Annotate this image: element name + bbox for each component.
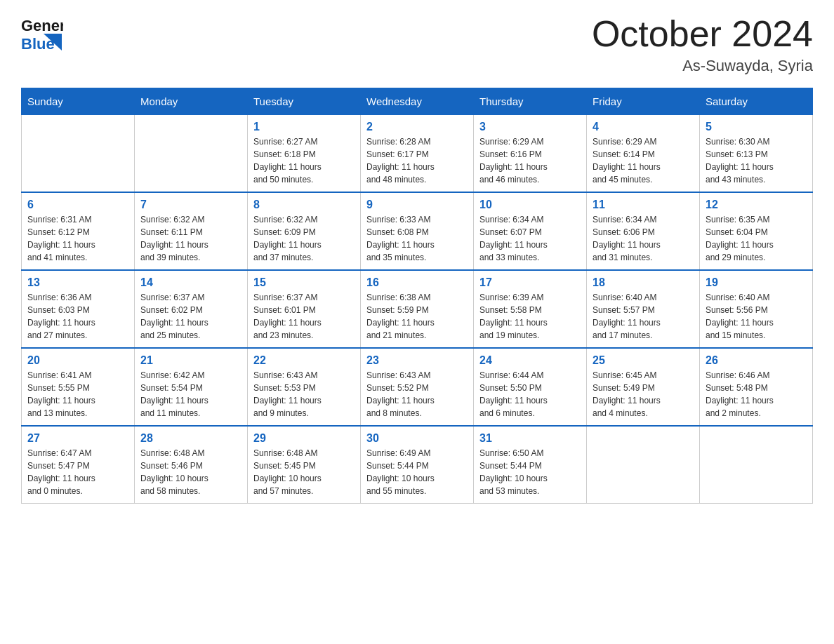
day-info: Sunrise: 6:48 AM Sunset: 5:46 PM Dayligh… <box>140 447 241 497</box>
calendar-cell: 2Sunrise: 6:28 AM Sunset: 6:17 PM Daylig… <box>361 115 474 193</box>
day-info: Sunrise: 6:41 AM Sunset: 5:55 PM Dayligh… <box>27 369 128 420</box>
day-info: Sunrise: 6:43 AM Sunset: 5:52 PM Dayligh… <box>366 369 468 420</box>
calendar-cell: 27Sunrise: 6:47 AM Sunset: 5:47 PM Dayli… <box>22 426 135 504</box>
day-info: Sunrise: 6:33 AM Sunset: 6:08 PM Dayligh… <box>366 213 468 264</box>
calendar-cell: 10Sunrise: 6:34 AM Sunset: 6:07 PM Dayli… <box>474 192 587 270</box>
calendar-cell: 15Sunrise: 6:37 AM Sunset: 6:01 PM Dayli… <box>248 270 361 348</box>
day-info: Sunrise: 6:49 AM Sunset: 5:44 PM Dayligh… <box>366 447 468 497</box>
calendar-table: SundayMondayTuesdayWednesdayThursdayFrid… <box>21 88 813 504</box>
day-info: Sunrise: 6:43 AM Sunset: 5:53 PM Dayligh… <box>253 369 355 420</box>
day-number: 21 <box>140 354 241 367</box>
day-info: Sunrise: 6:32 AM Sunset: 6:09 PM Dayligh… <box>253 213 355 264</box>
day-number: 30 <box>366 432 468 445</box>
calendar-cell: 26Sunrise: 6:46 AM Sunset: 5:48 PM Dayli… <box>700 348 813 426</box>
day-number: 10 <box>479 199 581 211</box>
day-number: 2 <box>366 121 468 133</box>
day-info: Sunrise: 6:27 AM Sunset: 6:18 PM Dayligh… <box>253 135 355 186</box>
calendar-cell: 19Sunrise: 6:40 AM Sunset: 5:56 PM Dayli… <box>700 270 813 348</box>
day-info: Sunrise: 6:36 AM Sunset: 6:03 PM Dayligh… <box>27 291 128 342</box>
calendar-cell: 13Sunrise: 6:36 AM Sunset: 6:03 PM Dayli… <box>22 270 135 348</box>
day-info: Sunrise: 6:48 AM Sunset: 5:45 PM Dayligh… <box>253 447 355 497</box>
day-number: 17 <box>479 276 581 289</box>
month-title: October 2024 <box>592 14 813 54</box>
day-number: 31 <box>479 432 581 445</box>
day-info: Sunrise: 6:31 AM Sunset: 6:12 PM Dayligh… <box>27 213 128 264</box>
day-number: 14 <box>140 276 241 289</box>
day-number: 26 <box>706 354 807 367</box>
day-info: Sunrise: 6:47 AM Sunset: 5:47 PM Dayligh… <box>27 447 128 497</box>
calendar-cell: 20Sunrise: 6:41 AM Sunset: 5:55 PM Dayli… <box>22 348 135 426</box>
day-number: 16 <box>366 276 468 289</box>
calendar-cell: 12Sunrise: 6:35 AM Sunset: 6:04 PM Dayli… <box>700 192 813 270</box>
calendar-week-row: 6Sunrise: 6:31 AM Sunset: 6:12 PM Daylig… <box>22 192 813 270</box>
calendar-cell: 9Sunrise: 6:33 AM Sunset: 6:08 PM Daylig… <box>361 192 474 270</box>
svg-text:Blue: Blue <box>21 35 55 53</box>
day-info: Sunrise: 6:50 AM Sunset: 5:44 PM Dayligh… <box>479 447 581 497</box>
column-header-tuesday: Tuesday <box>248 88 361 115</box>
day-info: Sunrise: 6:32 AM Sunset: 6:11 PM Dayligh… <box>140 213 241 264</box>
calendar-cell: 23Sunrise: 6:43 AM Sunset: 5:52 PM Dayli… <box>361 348 474 426</box>
day-number: 7 <box>140 199 241 211</box>
day-info: Sunrise: 6:30 AM Sunset: 6:13 PM Dayligh… <box>706 135 807 186</box>
calendar-cell: 7Sunrise: 6:32 AM Sunset: 6:11 PM Daylig… <box>135 192 248 270</box>
day-info: Sunrise: 6:29 AM Sunset: 6:14 PM Dayligh… <box>593 135 694 186</box>
day-number: 15 <box>253 276 355 289</box>
day-info: Sunrise: 6:40 AM Sunset: 5:56 PM Dayligh… <box>706 291 807 342</box>
day-number: 9 <box>366 199 468 211</box>
calendar-cell: 21Sunrise: 6:42 AM Sunset: 5:54 PM Dayli… <box>135 348 248 426</box>
calendar-cell: 8Sunrise: 6:32 AM Sunset: 6:09 PM Daylig… <box>248 192 361 270</box>
day-number: 27 <box>27 432 128 445</box>
day-info: Sunrise: 6:28 AM Sunset: 6:17 PM Dayligh… <box>366 135 468 186</box>
day-info: Sunrise: 6:29 AM Sunset: 6:16 PM Dayligh… <box>479 135 581 186</box>
page-header: General Blue October 2024 As-Suwayda, Sy… <box>21 14 813 75</box>
column-header-friday: Friday <box>587 88 700 115</box>
day-info: Sunrise: 6:45 AM Sunset: 5:49 PM Dayligh… <box>593 369 694 420</box>
day-number: 1 <box>253 121 355 133</box>
day-number: 24 <box>479 354 581 367</box>
day-number: 29 <box>253 432 355 445</box>
calendar-cell: 11Sunrise: 6:34 AM Sunset: 6:06 PM Dayli… <box>587 192 700 270</box>
column-header-wednesday: Wednesday <box>361 88 474 115</box>
day-info: Sunrise: 6:40 AM Sunset: 5:57 PM Dayligh… <box>593 291 694 342</box>
logo-icon: General Blue <box>21 14 63 53</box>
calendar-cell: 16Sunrise: 6:38 AM Sunset: 5:59 PM Dayli… <box>361 270 474 348</box>
day-number: 23 <box>366 354 468 367</box>
day-number: 20 <box>27 354 128 367</box>
calendar-cell: 30Sunrise: 6:49 AM Sunset: 5:44 PM Dayli… <box>361 426 474 504</box>
day-number: 8 <box>253 199 355 211</box>
day-info: Sunrise: 6:38 AM Sunset: 5:59 PM Dayligh… <box>366 291 468 342</box>
day-info: Sunrise: 6:42 AM Sunset: 5:54 PM Dayligh… <box>140 369 241 420</box>
day-number: 18 <box>593 276 694 289</box>
calendar-cell <box>135 115 248 193</box>
day-number: 22 <box>253 354 355 367</box>
calendar-week-row: 13Sunrise: 6:36 AM Sunset: 6:03 PM Dayli… <box>22 270 813 348</box>
calendar-cell: 28Sunrise: 6:48 AM Sunset: 5:46 PM Dayli… <box>135 426 248 504</box>
column-header-monday: Monday <box>135 88 248 115</box>
calendar-cell: 6Sunrise: 6:31 AM Sunset: 6:12 PM Daylig… <box>22 192 135 270</box>
calendar-cell: 18Sunrise: 6:40 AM Sunset: 5:57 PM Dayli… <box>587 270 700 348</box>
calendar-cell: 22Sunrise: 6:43 AM Sunset: 5:53 PM Dayli… <box>248 348 361 426</box>
day-info: Sunrise: 6:35 AM Sunset: 6:04 PM Dayligh… <box>706 213 807 264</box>
day-number: 25 <box>593 354 694 367</box>
day-number: 12 <box>706 199 807 211</box>
day-info: Sunrise: 6:44 AM Sunset: 5:50 PM Dayligh… <box>479 369 581 420</box>
column-header-saturday: Saturday <box>700 88 813 115</box>
calendar-cell: 25Sunrise: 6:45 AM Sunset: 5:49 PM Dayli… <box>587 348 700 426</box>
calendar-cell <box>22 115 135 193</box>
calendar-cell: 29Sunrise: 6:48 AM Sunset: 5:45 PM Dayli… <box>248 426 361 504</box>
svg-text:General: General <box>21 17 63 34</box>
calendar-cell: 5Sunrise: 6:30 AM Sunset: 6:13 PM Daylig… <box>700 115 813 193</box>
calendar-header-row: SundayMondayTuesdayWednesdayThursdayFrid… <box>22 88 813 115</box>
day-number: 3 <box>479 121 581 133</box>
day-number: 11 <box>593 199 694 211</box>
calendar-cell: 31Sunrise: 6:50 AM Sunset: 5:44 PM Dayli… <box>474 426 587 504</box>
day-info: Sunrise: 6:34 AM Sunset: 6:06 PM Dayligh… <box>593 213 694 264</box>
calendar-cell: 17Sunrise: 6:39 AM Sunset: 5:58 PM Dayli… <box>474 270 587 348</box>
day-number: 28 <box>140 432 241 445</box>
location-title: As-Suwayda, Syria <box>592 57 813 75</box>
calendar-cell: 4Sunrise: 6:29 AM Sunset: 6:14 PM Daylig… <box>587 115 700 193</box>
calendar-cell <box>700 426 813 504</box>
day-number: 13 <box>27 276 128 289</box>
calendar-week-row: 1Sunrise: 6:27 AM Sunset: 6:18 PM Daylig… <box>22 115 813 193</box>
column-header-sunday: Sunday <box>22 88 135 115</box>
